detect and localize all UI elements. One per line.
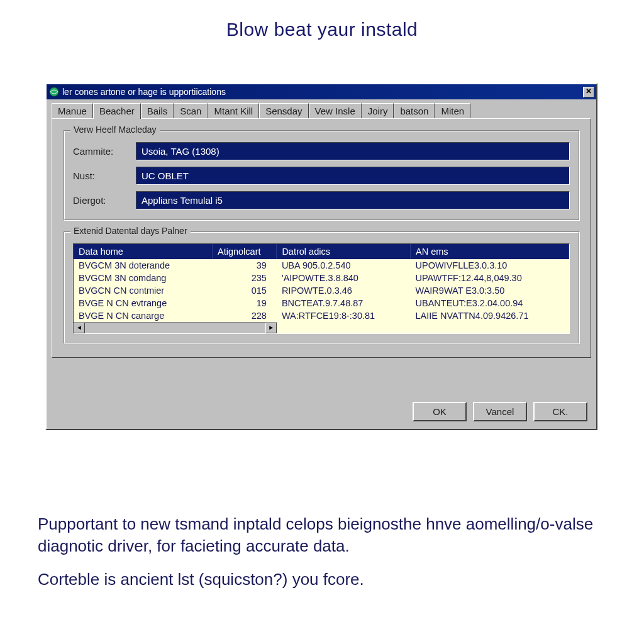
table-row[interactable]: BVGCN CN contmier 015 RIPOWTE.0.3.46 WAI…: [74, 284, 569, 297]
cancel-button[interactable]: Vancel: [473, 402, 527, 421]
cell: BVGCN CN contmier: [74, 284, 213, 297]
cell: WA:RTFCE19:8-:30.81: [277, 309, 411, 322]
titlebar: ler cones artone or hage is upportiicati…: [47, 84, 596, 99]
data-table-wrap: Data home Atignolcart Datrol adics AN em…: [73, 243, 570, 334]
body-copy: Pupportant to new tsmand inptald celops …: [38, 513, 604, 602]
tab-joiry[interactable]: Joiry: [362, 103, 394, 118]
close-icon: ✕: [586, 87, 592, 96]
groupbox-extenid: Extenid Datental days Palner Data home A…: [64, 231, 579, 343]
cell: 228: [213, 309, 277, 322]
tab-miten[interactable]: Miten: [435, 103, 470, 118]
window-title: ler cones artone or hage is upportiicati…: [62, 87, 226, 97]
table-row[interactable]: BVGCM 3N comdang 235 'AIPOWTE.3.8.840 UP…: [74, 272, 569, 284]
cell: 235: [213, 272, 277, 284]
tab-strip: Manue Beacher Bails Scan Mtant Kill Sens…: [52, 103, 591, 118]
cell: 'AIPOWTE.3.8.840: [277, 272, 411, 284]
value-nust[interactable]: UC OBLET: [136, 167, 570, 185]
cell: 015: [213, 284, 277, 297]
paragraph-1: Pupportant to new tsmand inptald celops …: [38, 513, 604, 557]
groupbox-verw-heelf: Verw Heelf Macleday Cammite: Usoia, TAG …: [64, 130, 579, 220]
scroll-left-icon[interactable]: ◄: [74, 323, 85, 333]
cell: WAIR9WAT E3.0:3.50: [411, 284, 569, 297]
tab-mtant-kill[interactable]: Mtant Kill: [208, 103, 259, 118]
ok-button[interactable]: OK: [413, 402, 467, 421]
table-row[interactable]: BVGCM 3N doterande 39 UBA 905.0.2.540 UP…: [74, 259, 569, 272]
tab-manue[interactable]: Manue: [52, 103, 93, 118]
tab-vew-insle[interactable]: Vew Insle: [309, 103, 362, 118]
cell: RIPOWTE.0.3.46: [277, 284, 411, 297]
tab-batson[interactable]: batson: [394, 103, 435, 118]
table-row[interactable]: BVGE N CN evtrange 19 BNCTEAT.9.7.48.87 …: [74, 297, 569, 309]
tab-sensday[interactable]: Sensday: [259, 103, 308, 118]
value-diergot[interactable]: Applians Temulal i5: [136, 191, 570, 209]
data-table: Data home Atignolcart Datrol adics AN em…: [74, 244, 569, 322]
paragraph-2: Corteble is ancient lst (squicston?) you…: [38, 569, 604, 591]
tab-scan[interactable]: Scan: [174, 103, 208, 118]
app-icon: [49, 87, 59, 97]
cell: 19: [213, 297, 277, 309]
groupbox-legend-2: Extenid Datental days Palner: [70, 226, 191, 236]
close-button[interactable]: ✕: [583, 87, 594, 97]
cell: LAIIE NVATTN4.09.9426.71: [411, 309, 569, 322]
groupbox-legend-1: Verw Heelf Macleday: [70, 125, 160, 135]
tab-panel: Verw Heelf Macleday Cammite: Usoia, TAG …: [52, 118, 591, 358]
cell: BVGCM 3N comdang: [74, 272, 213, 284]
label-nust: Nust:: [73, 170, 136, 181]
dialog-window: ler cones artone or hage is upportiicati…: [45, 83, 597, 430]
label-cammite: Cammite:: [73, 146, 136, 157]
label-diergot: Diergot:: [73, 195, 136, 206]
cell: BVGE N CN evtrange: [74, 297, 213, 309]
scroll-right-icon[interactable]: ►: [265, 323, 277, 333]
col-header-atignolcart[interactable]: Atignolcart: [213, 244, 277, 259]
ck-button[interactable]: CK.: [533, 402, 587, 421]
button-row: OK Vancel CK.: [47, 396, 596, 429]
col-header-datrol-adics[interactable]: Datrol adics: [277, 244, 411, 259]
col-header-data-home[interactable]: Data home: [74, 244, 213, 259]
value-cammite[interactable]: Usoia, TAG (1308): [136, 142, 570, 160]
h-scrollbar[interactable]: ◄ ►: [74, 322, 277, 333]
col-header-an-ems[interactable]: AN ems: [411, 244, 569, 259]
cell: UPAWTFF:12.44,8,049.30: [411, 272, 569, 284]
page-title: Blow beat yaur instald: [0, 0, 644, 40]
scroll-track[interactable]: [85, 323, 265, 333]
cell: BVGE N CN canarge: [74, 309, 213, 322]
cell: UBANTEUT:E3.2.04.00.94: [411, 297, 569, 309]
tab-beacher[interactable]: Beacher: [93, 103, 141, 119]
cell: 39: [213, 259, 277, 272]
table-row[interactable]: BVGE N CN canarge 228 WA:RTFCE19:8-:30.8…: [74, 309, 569, 322]
cell: BNCTEAT.9.7.48.87: [277, 297, 411, 309]
cell: BVGCM 3N doterande: [74, 259, 213, 272]
tab-bails[interactable]: Bails: [141, 103, 174, 118]
cell: UBA 905.0.2.540: [277, 259, 411, 272]
cell: UPOWIVFLLE3.0.3.10: [411, 259, 569, 272]
svg-point-0: [50, 87, 58, 96]
